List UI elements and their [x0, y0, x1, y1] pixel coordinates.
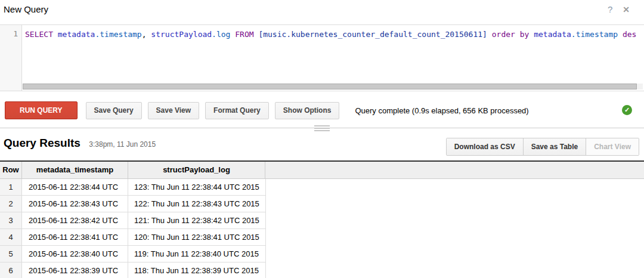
sql-token-plain: ,: [142, 30, 151, 39]
sql-token-identifier: metadata: [534, 30, 571, 39]
table-cell: 2015-06-11 22:38:41 UTC: [22, 229, 128, 245]
table-cell: 121: Thu Jun 11 22:38:42 UTC 2015: [128, 212, 266, 228]
results-table: Rowmetadata_timestampstructPayload_log 1…: [0, 160, 644, 278]
table-row: 52015-06-11 22:38:40 UTC119: Thu Jun 11 …: [0, 246, 266, 262]
table-row: 62015-06-11 22:38:39 UTC118: Thu Jun 11 …: [0, 262, 266, 278]
row-number-cell: 5: [0, 246, 22, 262]
table-cell: 2015-06-11 22:38:39 UTC: [22, 262, 128, 278]
sql-token-table-ref: [music.kubernetes_counter_default_count_…: [258, 30, 487, 39]
sql-token-keyword: order: [492, 30, 515, 39]
sql-token-plain: [53, 30, 58, 39]
row-number-cell: 2: [0, 196, 22, 212]
table-row: 22015-06-11 22:38:43 UTC122: Thu Jun 11 …: [0, 196, 266, 212]
table-cell: 2015-06-11 22:38:40 UTC: [22, 246, 128, 262]
save-view-button[interactable]: Save View: [148, 102, 200, 119]
sql-editor[interactable]: 1 SELECT metadata.timestamp, structPaylo…: [0, 24, 644, 91]
query-success-icon: ✓: [622, 105, 632, 115]
sql-token-keyword: FROM: [235, 30, 253, 39]
table-row: 12015-06-11 22:38:44 UTC123: Thu Jun 11 …: [0, 179, 266, 196]
query-toolbar: RUN QUERY Save QuerySave ViewFormat Quer…: [5, 101, 639, 119]
sql-token-field: .log: [212, 30, 230, 39]
sql-token-plain: [487, 30, 492, 39]
column-header-row: Row: [0, 162, 22, 178]
sql-token-keyword: des: [623, 30, 636, 39]
table-cell: 2015-06-11 22:38:43 UTC: [22, 196, 128, 212]
table-cell: 119: Thu Jun 11 22:38:40 UTC 2015: [128, 246, 266, 262]
table-row: 32015-06-11 22:38:42 UTC121: Thu Jun 11 …: [0, 212, 266, 229]
results-timestamp: 3:38pm, 11 Jun 2015: [89, 140, 156, 149]
editor-gutter: 1: [0, 25, 22, 91]
close-icon[interactable]: ✕: [623, 5, 630, 14]
sql-token-plain: [515, 30, 520, 39]
sql-token-field: .timestamp: [95, 30, 141, 39]
row-number-cell: 6: [0, 262, 22, 278]
sql-token-plain: [618, 30, 623, 39]
save-query-button[interactable]: Save Query: [86, 102, 142, 119]
editor-horizontal-scrollbar[interactable]: [23, 84, 643, 89]
results-header: Query Results 3:38pm, 11 Jun 2015 Downlo…: [4, 137, 639, 158]
table-cell: 120: Thu Jun 11 22:38:41 UTC 2015: [128, 229, 266, 245]
table-body: 12015-06-11 22:38:44 UTC123: Thu Jun 11 …: [0, 179, 266, 278]
toolbar-buttons: Save QuerySave ViewFormat QueryShow Opti…: [86, 102, 346, 119]
sql-token-identifier: metadata: [58, 30, 95, 39]
format-query-button[interactable]: Format Query: [205, 102, 269, 119]
page-title: New Query: [4, 4, 48, 14]
column-header-metadata-timestamp: metadata_timestamp: [22, 162, 128, 178]
header-icons: ? ✕: [608, 4, 630, 14]
chart-view-button: Chart View: [586, 138, 639, 155]
run-query-button[interactable]: RUN QUERY: [5, 101, 78, 119]
save-as-table-button[interactable]: Save as Table: [523, 138, 586, 155]
row-number-cell: 1: [0, 179, 22, 195]
query-status-text: Query complete (0.9s elapsed, 656 KB pro…: [355, 106, 528, 115]
sql-token-keyword: SELECT: [25, 30, 53, 39]
line-number: 1: [0, 25, 21, 38]
table-cell: 118: Thu Jun 11 22:38:39 UTC 2015: [128, 262, 266, 278]
table-header-row: Rowmetadata_timestampstructPayload_log: [0, 162, 644, 179]
column-header-filler: [265, 162, 644, 178]
table-cell: 2015-06-11 22:38:42 UTC: [22, 212, 128, 228]
row-number-cell: 4: [0, 229, 22, 245]
help-icon[interactable]: ?: [608, 4, 612, 14]
results-action-buttons: Download as CSVSave as TableChart View: [446, 138, 639, 156]
query-panel-header: New Query ? ✕: [0, 0, 644, 24]
download-as-csv-button[interactable]: Download as CSV: [447, 138, 523, 155]
sql-token-field: .timestamp: [571, 30, 618, 39]
panel-divider: [0, 128, 644, 128]
row-number-cell: 3: [0, 212, 22, 228]
table-cell: 2015-06-11 22:38:44 UTC: [22, 179, 128, 195]
sql-token-keyword: by: [520, 30, 530, 39]
sql-token-identifier: structPayload: [151, 30, 212, 39]
panel-resize-handle[interactable]: [314, 125, 330, 131]
scrollbar-thumb[interactable]: [23, 84, 637, 89]
show-options-button[interactable]: Show Options: [275, 102, 340, 119]
sql-token-plain: [529, 30, 534, 39]
results-title: Query Results: [4, 137, 80, 150]
table-cell: 123: Thu Jun 11 22:38:44 UTC 2015: [128, 179, 266, 195]
sql-query-line[interactable]: SELECT metadata.timestamp, structPayload…: [25, 29, 644, 40]
column-header-structpayload-log: structPayload_log: [128, 162, 265, 178]
table-cell: 122: Thu Jun 11 22:38:43 UTC 2015: [128, 196, 266, 212]
table-row: 42015-06-11 22:38:41 UTC120: Thu Jun 11 …: [0, 229, 266, 246]
